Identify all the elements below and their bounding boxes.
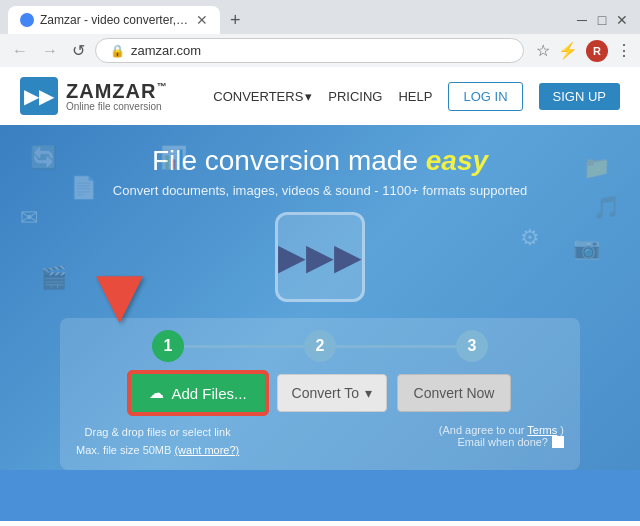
logo-icon: ▶▶	[20, 77, 58, 115]
bg-icon-5: 🎵	[593, 195, 620, 221]
add-files-button[interactable]: ☁ Add Files...	[129, 372, 267, 414]
tab-title: Zamzar - video converter, audio...	[40, 13, 190, 27]
bg-icon-6: 📷	[573, 235, 600, 261]
actions-row: ☁ Add Files... Convert To ▾ Convert Now	[76, 372, 564, 414]
site-navbar: ▶▶ ZAMZAR™ Online file conversion CONVER…	[0, 67, 640, 125]
bg-icon-9: ⚙	[520, 225, 540, 251]
max-size-label: Max. file size 50MB	[76, 444, 171, 456]
back-button[interactable]: ←	[8, 40, 32, 62]
steps-area: 1 2 3 ☁ Add Files... Convert To ▾ Conver…	[60, 318, 580, 470]
minimize-button[interactable]: ─	[576, 14, 588, 26]
email-label: Email when done?	[457, 436, 548, 448]
terms-link[interactable]: Terms	[527, 424, 557, 436]
close-window-button[interactable]: ✕	[616, 14, 628, 26]
step-3-circle: 3	[456, 330, 488, 362]
drag-drop-label: Drag & drop files or select link	[85, 426, 231, 438]
window-controls: ─ □ ✕	[576, 14, 632, 26]
terms-row: (And agree to our Terms )	[439, 424, 564, 436]
drag-drop-text: Drag & drop files or select link	[76, 426, 239, 438]
bg-icon-3: ✉	[20, 205, 38, 231]
convert-to-label: Convert To	[292, 385, 359, 401]
hero-subtitle: Convert documents, images, videos & soun…	[40, 183, 600, 198]
tab-favicon	[20, 13, 34, 27]
email-when-done-row: Email when done?	[439, 436, 564, 448]
nav-links: CONVERTERS ▾ PRICING HELP LOG IN SIGN UP	[213, 82, 620, 111]
forward-button[interactable]: →	[38, 40, 62, 62]
logo-arrow-icon: ▶▶	[24, 84, 54, 108]
logo-name-text: ZAMZAR	[66, 80, 156, 102]
extensions-icon[interactable]: ⚡	[558, 41, 578, 60]
signup-button[interactable]: SIGN UP	[539, 83, 620, 110]
step-line-2	[336, 345, 456, 348]
new-tab-button[interactable]: +	[224, 10, 247, 31]
active-tab[interactable]: Zamzar - video converter, audio... ✕	[8, 6, 220, 34]
logo-name: ZAMZAR™	[66, 80, 167, 103]
add-files-label: Add Files...	[172, 385, 247, 402]
bookmark-star-icon[interactable]: ☆	[536, 41, 550, 60]
converters-dropdown-icon: ▾	[305, 89, 312, 104]
email-checkbox[interactable]	[552, 436, 564, 448]
profile-avatar[interactable]: R	[586, 40, 608, 62]
converters-label: CONVERTERS	[213, 89, 303, 104]
hero-title-plain: File conversion made	[152, 145, 418, 176]
nav-converters[interactable]: CONVERTERS ▾	[213, 89, 312, 104]
convert-now-button[interactable]: Convert Now	[397, 374, 512, 412]
address-bar[interactable]: 🔒 zamzar.com	[95, 38, 524, 63]
login-button[interactable]: LOG IN	[448, 82, 522, 111]
bg-icon-7: 🎬	[40, 265, 67, 291]
menu-icon[interactable]: ⋮	[616, 41, 632, 60]
logo-subtitle: Online file conversion	[66, 101, 167, 112]
logo-area: ▶▶ ZAMZAR™ Online file conversion	[20, 77, 167, 115]
website-content: ▶▶ ZAMZAR™ Online file conversion CONVER…	[0, 67, 640, 521]
nav-help[interactable]: HELP	[398, 89, 432, 104]
convert-to-select[interactable]: Convert To ▾	[277, 374, 387, 412]
terms-suffix: )	[560, 424, 564, 436]
maximize-button[interactable]: □	[596, 14, 608, 26]
step-2-circle: 2	[304, 330, 336, 362]
address-bar-row: ← → ↺ 🔒 zamzar.com ☆ ⚡ R ⋮	[0, 34, 640, 67]
want-more-link[interactable]: (want more?)	[174, 444, 239, 456]
hero-title: File conversion made easy	[40, 145, 600, 177]
nav-pricing[interactable]: PRICING	[328, 89, 382, 104]
step-line-1	[184, 345, 304, 348]
center-logo-arrows-icon: ▶▶▶	[278, 236, 362, 278]
dropdown-chevron-icon: ▾	[365, 385, 372, 401]
terms-prefix: (And agree to our	[439, 424, 525, 436]
center-logo: ▶▶▶	[275, 212, 365, 302]
tab-close-button[interactable]: ✕	[196, 12, 208, 28]
url-text: zamzar.com	[131, 43, 201, 58]
max-size-text: Max. file size 50MB (want more?)	[76, 444, 239, 456]
logo-text: ZAMZAR™ Online file conversion	[66, 80, 167, 112]
secure-icon: 🔒	[110, 44, 125, 58]
reload-button[interactable]: ↺	[68, 39, 89, 62]
toolbar-icons: ☆ ⚡ R ⋮	[536, 40, 632, 62]
browser-chrome: Zamzar - video converter, audio... ✕ + ─…	[0, 0, 640, 67]
hero-section: 🔄 📄 ✉ 📁 🎵 📷 🎬 📊 ⚙ ▼ File conversion made…	[0, 125, 640, 470]
red-arrow-annotation: ▼	[80, 255, 159, 335]
tab-bar: Zamzar - video converter, audio... ✕ + ─…	[0, 0, 640, 34]
upload-icon: ☁	[149, 384, 164, 402]
hero-title-bold: easy	[426, 145, 488, 176]
logo-tm: ™	[156, 81, 167, 92]
